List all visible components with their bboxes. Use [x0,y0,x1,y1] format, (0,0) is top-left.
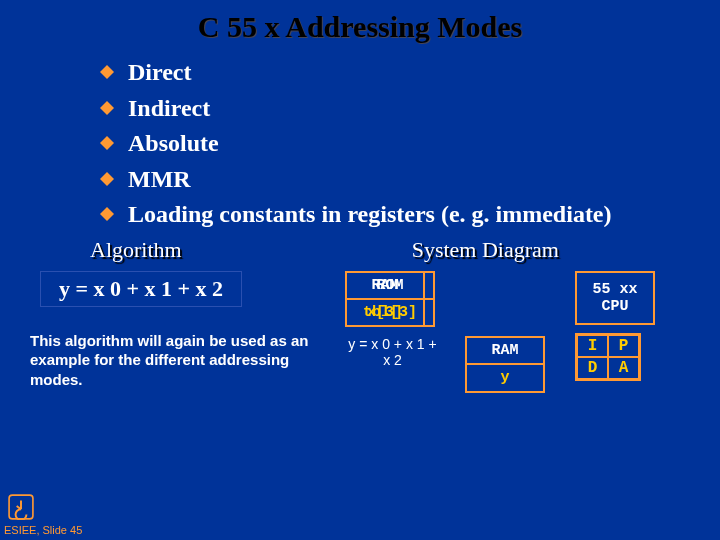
diamond-bullet-icon [100,101,114,115]
ram-x-sub: x[3] [347,298,423,325]
diamond-bullet-icon [100,172,114,186]
algorithm-label: Algorithm [90,237,182,263]
grid-tr: P [608,335,639,357]
ram-y-sub: y [467,363,543,391]
svg-marker-2 [100,136,114,150]
ram-x-box: RAM x[3] [345,271,425,327]
svg-marker-4 [100,207,114,221]
bullet-item: Absolute [100,130,720,158]
slide-title: C 55 x Addressing Modes [0,0,720,44]
bullet-text: Loading constants in registers (e. g. im… [128,201,612,229]
svg-marker-3 [100,172,114,186]
bullet-list: Direct Indirect Absolute MMR Loading con… [100,59,720,229]
grid-bl: D [577,357,608,379]
svg-marker-0 [100,65,114,79]
bullet-item: Loading constants in registers (e. g. im… [100,201,720,229]
cpu-line2: CPU [601,298,628,315]
bullet-text: Indirect [128,95,210,123]
bullet-item: MMR [100,166,720,194]
ram-y-box: RAM y [465,336,545,393]
diamond-bullet-icon [100,65,114,79]
subheaders: Algorithm System Diagram [0,237,720,263]
svg-marker-1 [100,101,114,115]
grid-br: A [608,357,639,379]
slide-footer: ESIEE, Slide 45 [4,524,82,536]
ram-y-title: RAM [467,338,543,363]
bullet-item: Indirect [100,95,720,123]
bullet-text: Absolute [128,130,219,158]
cpu-line1: 55 xx [592,281,637,298]
bullet-text: Direct [128,59,192,87]
diamond-bullet-icon [100,136,114,150]
bullet-item: Direct [100,59,720,87]
bus-grid: I P D A [575,333,641,381]
formula-box: y = x 0 + x 1 + x 2 [40,271,242,307]
equation-under: y = x 0 + x 1 + x 2 [345,336,440,368]
return-icon[interactable] [8,494,34,520]
bullet-text: MMR [128,166,191,194]
ram-x-title: RAM [347,273,423,298]
grid-tl: I [577,335,608,357]
system-diagram-label: System Diagram [412,237,559,263]
cpu-box: 55 xx CPU [575,271,655,325]
diamond-bullet-icon [100,207,114,221]
algorithm-description: This algorithm will again be used as an … [30,331,320,390]
